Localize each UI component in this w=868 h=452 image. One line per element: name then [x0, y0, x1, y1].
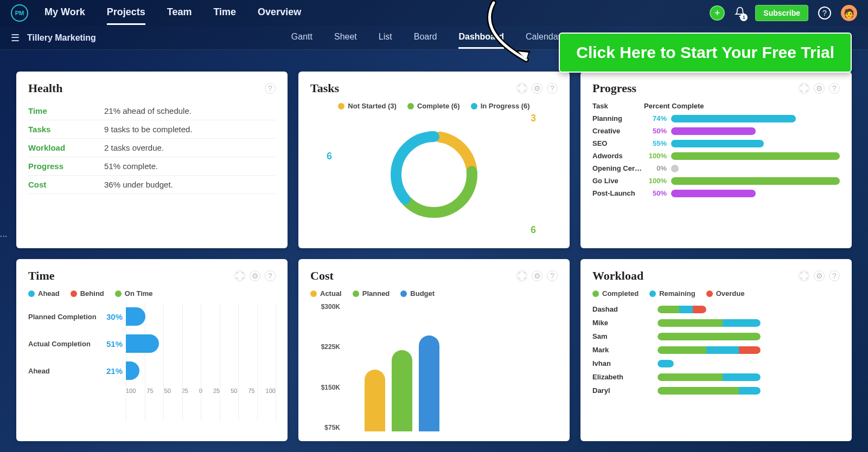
- y-tick: $75K: [310, 424, 340, 431]
- workload-row: Dashad: [592, 305, 840, 313]
- progress-row: Go Live100%: [592, 177, 840, 185]
- progress-row: Post-Launch50%: [592, 189, 840, 197]
- gear-icon[interactable]: ⚙: [814, 270, 825, 281]
- time-row-label: Ahead: [28, 367, 101, 375]
- nav-time[interactable]: Time: [213, 1, 236, 25]
- workload-segment: [658, 346, 706, 354]
- workload-name: Mark: [592, 346, 658, 354]
- logo[interactable]: PM: [11, 4, 28, 22]
- menu-icon[interactable]: ☰: [11, 32, 20, 44]
- legend-item: Complete (6): [407, 102, 460, 110]
- nav-my-work[interactable]: My Work: [44, 1, 85, 25]
- y-tick: $150K: [310, 384, 340, 391]
- legend-dot-icon: [310, 290, 317, 297]
- gear-icon[interactable]: ⚙: [532, 270, 542, 281]
- expand-icon[interactable]: ⛶: [516, 270, 527, 281]
- time-row-pct: 21%: [101, 366, 126, 376]
- nav-projects[interactable]: Projects: [107, 1, 145, 25]
- health-value: 36% under budget.: [104, 180, 173, 189]
- workload-name: Daryl: [592, 386, 658, 395]
- column-header: Task: [592, 102, 644, 110]
- pct-label: 100%: [644, 152, 671, 160]
- legend-item: Planned: [353, 289, 390, 298]
- expand-icon[interactable]: ⛶: [799, 83, 809, 94]
- expand-icon[interactable]: ⛶: [516, 83, 527, 94]
- health-value: 21% ahead of schedule.: [104, 106, 192, 115]
- help-icon[interactable]: ?: [547, 83, 558, 94]
- pct-label: 50%: [644, 189, 671, 197]
- health-card: Health ? Time21% ahead of schedule.Tasks…: [16, 72, 288, 248]
- workload-segment: [739, 346, 761, 354]
- legend-label: Ahead: [38, 289, 60, 298]
- main-menu: My WorkProjectsTeamTimeOverview: [44, 1, 301, 25]
- workload-segment: [739, 387, 761, 395]
- y-tick: $300K: [310, 303, 340, 311]
- gear-icon[interactable]: ⚙: [250, 270, 260, 281]
- view-list[interactable]: List: [379, 27, 392, 49]
- legend-label: Complete (6): [417, 102, 460, 110]
- add-button[interactable]: +: [710, 5, 725, 21]
- notifications-icon[interactable]: 1: [735, 7, 745, 20]
- cost-bar-actual: [365, 370, 385, 431]
- legend-label: Not Started (3): [348, 102, 397, 110]
- task-name: SEO: [592, 139, 644, 147]
- workload-segment: [723, 319, 761, 327]
- subscribe-button[interactable]: Subscribe: [755, 5, 808, 21]
- time-row-label: Planned Completion: [28, 313, 101, 321]
- workload-segment: [658, 333, 761, 340]
- legend-dot-icon: [407, 103, 414, 109]
- pct-label: 100%: [644, 177, 671, 185]
- health-row: Cost36% under budget.: [28, 176, 276, 194]
- view-board[interactable]: Board: [414, 27, 437, 49]
- workload-bar: [658, 387, 761, 395]
- workload-segment: [706, 346, 739, 354]
- nav-overview[interactable]: Overview: [258, 1, 301, 25]
- card-title: Time: [28, 269, 54, 283]
- workload-name: Elizabeth: [592, 373, 658, 381]
- workload-segment: [658, 360, 674, 367]
- expand-icon[interactable]: ⛶: [799, 270, 809, 281]
- help-icon[interactable]: ?: [818, 7, 831, 20]
- progress-bar: [671, 152, 840, 160]
- help-icon[interactable]: ?: [265, 270, 276, 281]
- time-row-label: Actual Completion: [28, 340, 101, 348]
- legend-item: Budget: [400, 289, 435, 298]
- gear-icon[interactable]: ⚙: [814, 83, 825, 94]
- health-label: Tasks: [28, 125, 104, 134]
- health-label: Cost: [28, 180, 104, 189]
- workload-card: Workload ⛶ ⚙ ? CompletedRemainingOverdue…: [580, 259, 852, 441]
- free-trial-cta[interactable]: Click Here to Start Your Free Trial: [559, 33, 852, 73]
- card-title: Workload: [592, 269, 643, 283]
- notification-badge: 1: [740, 14, 748, 21]
- view-gantt[interactable]: Gantt: [291, 27, 312, 49]
- help-icon[interactable]: ?: [829, 83, 840, 94]
- workload-row: Mike: [592, 319, 840, 327]
- nav-team[interactable]: Team: [167, 1, 192, 25]
- legend-item: Actual: [310, 289, 342, 298]
- workload-segment: [658, 373, 723, 381]
- workload-segment: [693, 306, 706, 313]
- help-icon[interactable]: ?: [265, 83, 276, 94]
- workload-name: Mike: [592, 319, 658, 327]
- progress-row: Opening Cere…0%: [592, 164, 840, 172]
- drag-handle-icon[interactable]: ⋮: [0, 233, 8, 240]
- time-card: Time ⛶ ⚙ ? AheadBehindOn Time Planned Co…: [16, 259, 288, 441]
- expand-icon[interactable]: ⛶: [234, 270, 245, 281]
- avatar[interactable]: 🧑: [841, 5, 857, 21]
- workload-segment: [658, 387, 739, 395]
- top-nav: PM My WorkProjectsTeamTimeOverview + 1 S…: [0, 0, 868, 26]
- y-tick: $225K: [310, 343, 340, 351]
- view-sheet[interactable]: Sheet: [334, 27, 357, 49]
- workload-bar: [658, 319, 761, 327]
- donut-label-notstarted: 3: [531, 113, 536, 124]
- task-name: Post-Launch: [592, 189, 644, 197]
- help-icon[interactable]: ?: [547, 270, 558, 281]
- cost-bar-budget: [419, 335, 439, 431]
- gear-icon[interactable]: ⚙: [532, 83, 542, 94]
- time-bar: [126, 307, 145, 326]
- workload-row: Daryl: [592, 386, 840, 395]
- legend-item: Completed: [592, 289, 639, 298]
- legend-dot-icon: [28, 290, 35, 297]
- cost-bar-chart: $300K$225K$150K$75K: [343, 303, 558, 431]
- help-icon[interactable]: ?: [829, 270, 840, 281]
